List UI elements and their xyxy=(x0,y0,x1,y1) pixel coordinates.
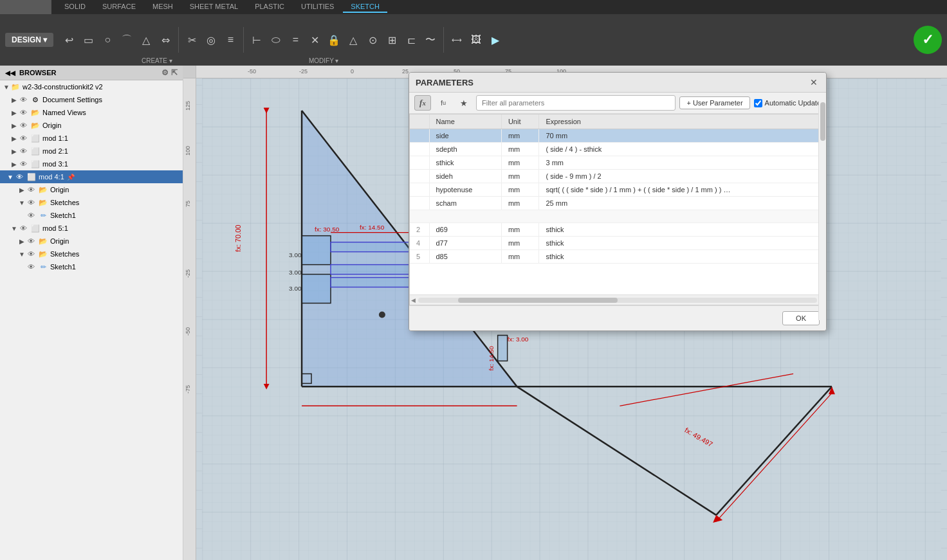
cell-unit-5[interactable]: mm xyxy=(501,197,539,210)
ok-button[interactable]: OK xyxy=(782,311,820,325)
table-row[interactable]: scham mm 25 mm xyxy=(410,197,825,210)
table-row[interactable]: sdepth mm ( side / 4 ) - sthick xyxy=(410,143,825,156)
table-row[interactable]: side mm 70 mm xyxy=(410,129,825,143)
table-row[interactable]: 4 d77 mm sthick xyxy=(410,237,825,250)
param-table-scroll[interactable]: Name Unit Expression side mm 70 xyxy=(410,114,825,294)
cross2-tool[interactable]: ⊞ xyxy=(383,31,401,49)
horizontal-scroll-area[interactable]: ◀ ▶ xyxy=(410,294,825,305)
cell-expression-6[interactable]: sthick xyxy=(539,223,825,237)
mod4-sketch1-eye[interactable]: 👁 xyxy=(26,210,36,221)
mod5-origin-eye[interactable]: 👁 xyxy=(26,236,36,246)
tree-mod5-sketches[interactable]: ▼ 👁 📂 Sketches xyxy=(0,248,183,260)
user-parameter-button[interactable]: + User Parameter xyxy=(679,96,749,109)
tree-mod4-sketches[interactable]: ▼ 👁 📂 Sketches xyxy=(0,196,183,209)
tree-mod2[interactable]: ▶ 👁 ⬜ mod 2:1 xyxy=(0,145,183,158)
undo-tool[interactable]: ↩ xyxy=(60,31,78,49)
tab-sheet-metal[interactable]: SHEET METAL xyxy=(182,1,246,13)
tree-mod1[interactable]: ▶ 👁 ⬜ mod 1:1 xyxy=(0,132,183,145)
table-row[interactable]: 5 d85 mm sthick xyxy=(410,250,825,264)
cell-name-8[interactable]: d85 xyxy=(429,250,501,264)
doc-settings-eye[interactable]: 👁 xyxy=(18,95,28,105)
mod3-eye[interactable]: 👁 xyxy=(18,159,28,169)
h-scrollbar-thumb[interactable] xyxy=(458,298,618,303)
circle-tool[interactable]: ○ xyxy=(98,31,116,49)
triangle-tool[interactable]: △ xyxy=(344,31,362,49)
formula-button[interactable]: fx xyxy=(414,95,431,111)
browser-settings-icon[interactable]: ⚙ xyxy=(161,68,169,77)
finish-sketch-button[interactable]: ✓ xyxy=(914,26,942,54)
rectangle-tool[interactable]: ▭ xyxy=(79,31,97,49)
offset-tool[interactable]: ◎ xyxy=(202,31,220,49)
mod2-eye[interactable]: 👁 xyxy=(18,146,28,156)
mod4-eye[interactable]: 👁 xyxy=(14,172,24,182)
tab-mesh[interactable]: MESH xyxy=(145,1,181,13)
auto-update-input[interactable] xyxy=(754,99,762,107)
tab-sketch[interactable]: SKETCH xyxy=(343,1,387,13)
mod5-sketches-eye[interactable]: 👁 xyxy=(26,249,36,259)
tree-mod5-origin[interactable]: ▶ 👁 📂 Origin xyxy=(0,235,183,248)
cell-unit-2[interactable]: mm xyxy=(501,156,539,170)
cell-expression-1[interactable]: ( side / 4 ) - sthick xyxy=(539,143,825,156)
polygon-tool[interactable]: △ xyxy=(137,31,155,49)
table-row[interactable]: sthick mm 3 mm xyxy=(410,156,825,170)
tab-surface[interactable]: SURFACE xyxy=(95,1,143,13)
dialog-close-button[interactable]: ✕ xyxy=(808,77,820,88)
mod1-eye[interactable]: 👁 xyxy=(18,133,28,143)
cell-unit-3[interactable]: mm xyxy=(501,170,539,183)
tree-mod5[interactable]: ▼ 👁 ⬜ mod 5:1 xyxy=(0,222,183,235)
browser-expand-icon[interactable]: ⇱ xyxy=(171,68,178,77)
scrollbar-thumb[interactable] xyxy=(820,114,825,141)
mod5-sketch1-eye[interactable]: 👁 xyxy=(26,262,36,272)
tree-origin[interactable]: ▶ 👁 📂 Origin xyxy=(0,119,183,132)
cell-expression-2[interactable]: 3 mm xyxy=(539,156,825,170)
mod4-sketches-eye[interactable]: 👁 xyxy=(26,197,36,208)
tab-solid[interactable]: SOLID xyxy=(57,1,93,13)
tree-mod5-sketch1[interactable]: 👁 ✏ Sketch1 xyxy=(0,260,183,273)
tree-mod4[interactable]: ▼ 👁 ⬜ mod 4:1 📌 xyxy=(0,170,183,183)
filter-input[interactable] xyxy=(476,95,676,111)
auto-update-checkbox[interactable]: Automatic Update xyxy=(754,99,821,107)
h-scroll-left[interactable]: ◀ xyxy=(411,297,416,303)
table-row[interactable]: hypotenuse mm sqrt( ( ( side * side ) / … xyxy=(410,183,825,197)
mod5-eye[interactable]: 👁 xyxy=(18,223,28,233)
dimension-tool[interactable]: ⟷ xyxy=(448,31,466,49)
table-row[interactable]: 2 d69 mm sthick xyxy=(410,223,825,237)
table-row[interactable]: sideh mm ( side - 9 mm ) / 2 xyxy=(410,170,825,183)
cell-expression-0[interactable]: 70 mm xyxy=(539,129,825,143)
wave-tool[interactable]: 〜 xyxy=(421,31,439,49)
favorites-button[interactable]: ★ xyxy=(455,95,472,111)
tree-root[interactable]: ▼ 📁 w2-3d-constructionkit2 v2 xyxy=(0,80,183,93)
ellipse-tool[interactable]: ⬭ xyxy=(267,31,285,49)
table-scrollbar[interactable] xyxy=(818,114,826,305)
eq-tool[interactable]: = xyxy=(286,31,304,49)
cell-name-4[interactable]: hypotenuse xyxy=(429,183,501,197)
tree-mod4-sketch1[interactable]: 👁 ✏ Sketch1 xyxy=(0,209,183,222)
mod4-origin-eye[interactable]: 👁 xyxy=(26,185,36,195)
line-tool[interactable]: ⊢ xyxy=(248,31,266,49)
cell-name-0[interactable]: side xyxy=(429,129,501,143)
cell-unit-7[interactable]: mm xyxy=(501,237,539,250)
user-params-button[interactable]: fu xyxy=(435,95,452,111)
camera-tool[interactable]: 🖼 xyxy=(467,31,485,49)
circle2-tool[interactable]: ⊙ xyxy=(363,31,382,49)
origin-eye[interactable]: 👁 xyxy=(18,120,28,131)
cross-tool[interactable]: ✕ xyxy=(306,31,324,49)
lock-tool[interactable]: 🔒 xyxy=(325,31,343,49)
canvas-area[interactable]: -50 -25 0 25 50 75 100 125 100 75 -25 -5… xyxy=(183,66,947,560)
cell-name-1[interactable]: sdepth xyxy=(429,143,501,156)
named-views-eye[interactable]: 👁 xyxy=(18,107,28,118)
cell-expression-4[interactable]: sqrt( ( ( side * side ) / 1 mm ) + ( ( s… xyxy=(539,183,825,197)
tree-mod3[interactable]: ▶ 👁 ⬜ mod 3:1 xyxy=(0,158,183,170)
cell-unit-1[interactable]: mm xyxy=(501,143,539,156)
cell-expression-8[interactable]: sthick xyxy=(539,250,825,264)
arc-tool[interactable]: ⌒ xyxy=(118,31,136,49)
bracket-tool[interactable]: ⊏ xyxy=(402,31,420,49)
cell-unit-6[interactable]: mm xyxy=(501,223,539,237)
trim-tool[interactable]: ✂ xyxy=(183,31,201,49)
cell-unit-4[interactable]: mm xyxy=(501,183,539,197)
extend-tool[interactable]: ≡ xyxy=(221,31,239,49)
cell-name-3[interactable]: sideh xyxy=(429,170,501,183)
tree-mod4-origin[interactable]: ▶ 👁 📂 Origin xyxy=(0,183,183,196)
select-tool[interactable]: ▶ xyxy=(486,31,504,49)
horizontal-scrollbar[interactable] xyxy=(418,298,817,303)
